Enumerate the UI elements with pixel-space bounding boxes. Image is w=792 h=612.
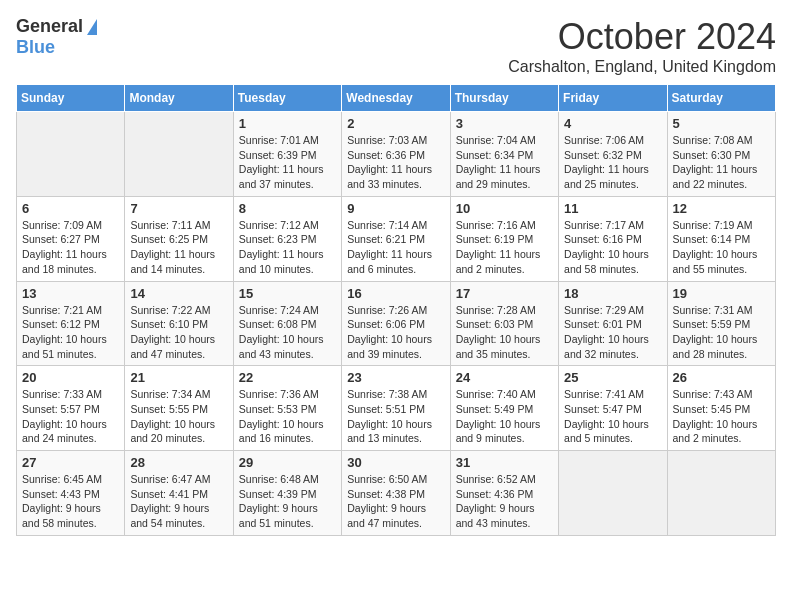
day-number: 1 <box>239 116 336 131</box>
day-info: Sunrise: 6:47 AMSunset: 4:41 PMDaylight:… <box>130 472 227 531</box>
page-header: General Blue October 2024 Carshalton, En… <box>16 16 776 76</box>
day-number: 23 <box>347 370 444 385</box>
day-number: 29 <box>239 455 336 470</box>
day-info: Sunrise: 7:41 AMSunset: 5:47 PMDaylight:… <box>564 387 661 446</box>
weekday-header-row: SundayMondayTuesdayWednesdayThursdayFrid… <box>17 85 776 112</box>
day-number: 9 <box>347 201 444 216</box>
day-info: Sunrise: 6:52 AMSunset: 4:36 PMDaylight:… <box>456 472 553 531</box>
calendar-cell: 24Sunrise: 7:40 AMSunset: 5:49 PMDayligh… <box>450 366 558 451</box>
day-number: 17 <box>456 286 553 301</box>
day-number: 19 <box>673 286 770 301</box>
calendar-cell: 17Sunrise: 7:28 AMSunset: 6:03 PMDayligh… <box>450 281 558 366</box>
weekday-header-friday: Friday <box>559 85 667 112</box>
calendar-cell: 15Sunrise: 7:24 AMSunset: 6:08 PMDayligh… <box>233 281 341 366</box>
weekday-header-sunday: Sunday <box>17 85 125 112</box>
calendar-cell: 12Sunrise: 7:19 AMSunset: 6:14 PMDayligh… <box>667 196 775 281</box>
day-number: 24 <box>456 370 553 385</box>
day-info: Sunrise: 7:26 AMSunset: 6:06 PMDaylight:… <box>347 303 444 362</box>
weekday-header-wednesday: Wednesday <box>342 85 450 112</box>
day-info: Sunrise: 7:31 AMSunset: 5:59 PMDaylight:… <box>673 303 770 362</box>
day-number: 20 <box>22 370 119 385</box>
calendar-cell: 10Sunrise: 7:16 AMSunset: 6:19 PMDayligh… <box>450 196 558 281</box>
day-info: Sunrise: 7:28 AMSunset: 6:03 PMDaylight:… <box>456 303 553 362</box>
day-info: Sunrise: 7:04 AMSunset: 6:34 PMDaylight:… <box>456 133 553 192</box>
day-number: 6 <box>22 201 119 216</box>
day-number: 26 <box>673 370 770 385</box>
calendar-cell: 13Sunrise: 7:21 AMSunset: 6:12 PMDayligh… <box>17 281 125 366</box>
day-info: Sunrise: 7:01 AMSunset: 6:39 PMDaylight:… <box>239 133 336 192</box>
day-info: Sunrise: 7:33 AMSunset: 5:57 PMDaylight:… <box>22 387 119 446</box>
weekday-header-monday: Monday <box>125 85 233 112</box>
day-number: 3 <box>456 116 553 131</box>
calendar-cell: 4Sunrise: 7:06 AMSunset: 6:32 PMDaylight… <box>559 112 667 197</box>
day-info: Sunrise: 7:38 AMSunset: 5:51 PMDaylight:… <box>347 387 444 446</box>
day-info: Sunrise: 7:40 AMSunset: 5:49 PMDaylight:… <box>456 387 553 446</box>
calendar-body: 1Sunrise: 7:01 AMSunset: 6:39 PMDaylight… <box>17 112 776 536</box>
day-number: 31 <box>456 455 553 470</box>
calendar-cell <box>559 451 667 536</box>
day-number: 28 <box>130 455 227 470</box>
day-number: 22 <box>239 370 336 385</box>
day-info: Sunrise: 7:36 AMSunset: 5:53 PMDaylight:… <box>239 387 336 446</box>
calendar-cell: 30Sunrise: 6:50 AMSunset: 4:38 PMDayligh… <box>342 451 450 536</box>
calendar-cell: 6Sunrise: 7:09 AMSunset: 6:27 PMDaylight… <box>17 196 125 281</box>
calendar-cell: 26Sunrise: 7:43 AMSunset: 5:45 PMDayligh… <box>667 366 775 451</box>
day-info: Sunrise: 7:16 AMSunset: 6:19 PMDaylight:… <box>456 218 553 277</box>
day-info: Sunrise: 7:19 AMSunset: 6:14 PMDaylight:… <box>673 218 770 277</box>
day-info: Sunrise: 7:21 AMSunset: 6:12 PMDaylight:… <box>22 303 119 362</box>
day-info: Sunrise: 7:03 AMSunset: 6:36 PMDaylight:… <box>347 133 444 192</box>
calendar-cell <box>17 112 125 197</box>
day-info: Sunrise: 6:45 AMSunset: 4:43 PMDaylight:… <box>22 472 119 531</box>
day-info: Sunrise: 7:09 AMSunset: 6:27 PMDaylight:… <box>22 218 119 277</box>
day-number: 16 <box>347 286 444 301</box>
day-number: 12 <box>673 201 770 216</box>
day-info: Sunrise: 7:06 AMSunset: 6:32 PMDaylight:… <box>564 133 661 192</box>
calendar-cell: 16Sunrise: 7:26 AMSunset: 6:06 PMDayligh… <box>342 281 450 366</box>
calendar-week-row: 6Sunrise: 7:09 AMSunset: 6:27 PMDaylight… <box>17 196 776 281</box>
weekday-header-tuesday: Tuesday <box>233 85 341 112</box>
weekday-header-saturday: Saturday <box>667 85 775 112</box>
calendar-cell: 8Sunrise: 7:12 AMSunset: 6:23 PMDaylight… <box>233 196 341 281</box>
day-number: 30 <box>347 455 444 470</box>
day-number: 27 <box>22 455 119 470</box>
day-info: Sunrise: 6:48 AMSunset: 4:39 PMDaylight:… <box>239 472 336 531</box>
calendar-cell: 27Sunrise: 6:45 AMSunset: 4:43 PMDayligh… <box>17 451 125 536</box>
logo-general-text: General <box>16 16 83 37</box>
day-number: 21 <box>130 370 227 385</box>
day-number: 5 <box>673 116 770 131</box>
day-number: 2 <box>347 116 444 131</box>
calendar-header: SundayMondayTuesdayWednesdayThursdayFrid… <box>17 85 776 112</box>
day-number: 25 <box>564 370 661 385</box>
calendar-cell: 11Sunrise: 7:17 AMSunset: 6:16 PMDayligh… <box>559 196 667 281</box>
calendar-cell: 19Sunrise: 7:31 AMSunset: 5:59 PMDayligh… <box>667 281 775 366</box>
title-section: October 2024 Carshalton, England, United… <box>508 16 776 76</box>
day-number: 11 <box>564 201 661 216</box>
calendar-cell: 20Sunrise: 7:33 AMSunset: 5:57 PMDayligh… <box>17 366 125 451</box>
calendar-week-row: 20Sunrise: 7:33 AMSunset: 5:57 PMDayligh… <box>17 366 776 451</box>
calendar-cell: 3Sunrise: 7:04 AMSunset: 6:34 PMDaylight… <box>450 112 558 197</box>
day-info: Sunrise: 6:50 AMSunset: 4:38 PMDaylight:… <box>347 472 444 531</box>
calendar-cell: 28Sunrise: 6:47 AMSunset: 4:41 PMDayligh… <box>125 451 233 536</box>
calendar-cell: 22Sunrise: 7:36 AMSunset: 5:53 PMDayligh… <box>233 366 341 451</box>
calendar-cell: 7Sunrise: 7:11 AMSunset: 6:25 PMDaylight… <box>125 196 233 281</box>
logo-triangle-icon <box>87 19 97 35</box>
calendar-cell: 25Sunrise: 7:41 AMSunset: 5:47 PMDayligh… <box>559 366 667 451</box>
day-info: Sunrise: 7:14 AMSunset: 6:21 PMDaylight:… <box>347 218 444 277</box>
day-number: 14 <box>130 286 227 301</box>
day-info: Sunrise: 7:34 AMSunset: 5:55 PMDaylight:… <box>130 387 227 446</box>
day-number: 8 <box>239 201 336 216</box>
day-info: Sunrise: 7:43 AMSunset: 5:45 PMDaylight:… <box>673 387 770 446</box>
calendar-week-row: 1Sunrise: 7:01 AMSunset: 6:39 PMDaylight… <box>17 112 776 197</box>
calendar-cell: 23Sunrise: 7:38 AMSunset: 5:51 PMDayligh… <box>342 366 450 451</box>
logo-blue-text: Blue <box>16 37 55 58</box>
day-info: Sunrise: 7:12 AMSunset: 6:23 PMDaylight:… <box>239 218 336 277</box>
day-info: Sunrise: 7:22 AMSunset: 6:10 PMDaylight:… <box>130 303 227 362</box>
day-info: Sunrise: 7:08 AMSunset: 6:30 PMDaylight:… <box>673 133 770 192</box>
calendar-cell: 29Sunrise: 6:48 AMSunset: 4:39 PMDayligh… <box>233 451 341 536</box>
month-title: October 2024 <box>508 16 776 58</box>
logo: General Blue <box>16 16 97 58</box>
calendar-cell <box>667 451 775 536</box>
day-info: Sunrise: 7:24 AMSunset: 6:08 PMDaylight:… <box>239 303 336 362</box>
calendar-cell: 9Sunrise: 7:14 AMSunset: 6:21 PMDaylight… <box>342 196 450 281</box>
calendar-table: SundayMondayTuesdayWednesdayThursdayFrid… <box>16 84 776 536</box>
